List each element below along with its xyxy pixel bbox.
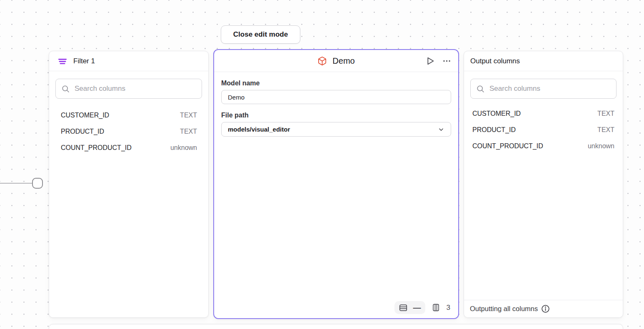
column-row[interactable]: CUSTOMER_ID TEXT [464,105,623,122]
output-footer-label: Outputting all columns [470,305,538,313]
table-rows-icon [399,303,408,312]
model-header-actions [425,50,451,72]
run-model-button[interactable] [425,56,435,66]
output-columns-panel[interactable]: Output columns CUSTOMER_ID TEXT PRODUCT_… [464,51,623,318]
column-row[interactable]: COUNT_PRODUCT_ID unknown [49,140,208,156]
column-name: COUNT_PRODUCT_ID [472,142,543,150]
output-panel-header: Output columns [464,51,623,71]
filter-search-box[interactable] [55,79,202,99]
column-type: TEXT [180,112,197,119]
output-search-input[interactable] [489,85,611,93]
column-type: TEXT [597,110,614,117]
column-type: unknown [170,144,197,152]
search-icon [61,85,70,93]
model-panel-header: Demo [214,50,458,72]
model-panel-title: Demo [332,56,354,66]
file-path-label: File path [221,112,451,119]
column-type: TEXT [180,128,197,135]
column-row[interactable]: COUNT_PRODUCT_ID unknown [464,138,623,154]
ellipsis-icon [442,57,451,65]
cube-icon [317,56,327,66]
filter-node-panel[interactable]: Filter 1 CUSTOMER_ID TEXT PRODUCT_ID TEX… [49,51,209,318]
filter-panel-header: Filter 1 [49,51,208,71]
model-panel-footer: — 3 [394,301,450,314]
model-name-input[interactable] [221,90,451,104]
column-name: CUSTOMER_ID [472,110,521,117]
output-column-list: CUSTOMER_ID TEXT PRODUCT_ID TEXT COUNT_P… [464,105,623,154]
file-path-select[interactable]: models/visual_editor [221,122,451,137]
column-count-value: 3 [447,304,450,312]
table-columns-icon [432,303,440,312]
filter-column-list: CUSTOMER_ID TEXT PRODUCT_ID TEXT COUNT_P… [49,107,208,156]
column-type: unknown [588,142,614,150]
filter-panel-title: Filter 1 [73,57,95,65]
results-panel-edge[interactable] [49,324,623,329]
row-count-value: — [413,304,421,312]
play-icon [425,56,435,66]
chevron-down-icon [438,126,444,133]
column-name: CUSTOMER_ID [61,112,109,119]
model-node-panel[interactable]: Demo [213,49,459,319]
search-icon [476,85,485,93]
column-row[interactable]: PRODUCT_ID TEXT [49,123,208,140]
edge-connector-line [0,183,32,184]
model-name-label: Model name [221,80,451,87]
output-panel-footer: Outputting all columns [464,300,623,317]
column-name: PRODUCT_ID [472,126,516,134]
output-panel-title: Output columns [470,57,520,65]
column-row[interactable]: PRODUCT_ID TEXT [464,122,623,138]
output-search-box[interactable] [470,79,617,99]
filter-lines-icon [57,56,67,66]
row-count-pill[interactable]: — [394,301,425,314]
more-options-button[interactable] [442,57,451,65]
filter-search-input[interactable] [75,85,196,93]
close-edit-mode-button[interactable]: Close edit mode [221,25,300,44]
column-type: TEXT [597,126,614,134]
info-icon[interactable] [541,304,550,313]
edge-connector-handle[interactable] [32,178,43,189]
column-name: PRODUCT_ID [61,128,104,135]
file-path-value: models/visual_editor [228,126,290,133]
editor-canvas[interactable]: Close edit mode Filter 1 [0,0,644,329]
column-name: COUNT_PRODUCT_ID [61,144,132,152]
model-panel-body: Model name File path models/visual_edito… [214,80,458,137]
column-row[interactable]: CUSTOMER_ID TEXT [49,107,208,123]
